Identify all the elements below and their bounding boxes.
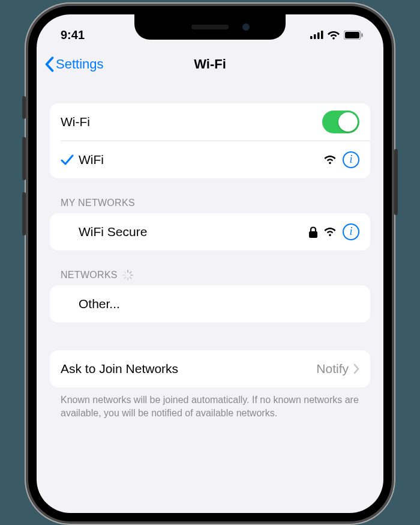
svg-rect-3 [321, 31, 323, 39]
info-button[interactable]: i [343, 151, 359, 168]
footer-text: Known networks will be joined automatica… [50, 387, 370, 419]
svg-rect-2 [317, 32, 320, 39]
ask-to-join-card: Ask to Join Networks Notify [50, 350, 370, 387]
other-label: Other... [79, 297, 359, 311]
other-network-row[interactable]: Other... [50, 285, 370, 323]
spinner-icon [122, 270, 133, 281]
battery-icon [344, 31, 363, 40]
nav-title: Wi-Fi [194, 56, 226, 72]
svg-rect-6 [362, 33, 363, 37]
networks-card: Other... [50, 285, 370, 323]
svg-rect-0 [310, 36, 313, 39]
svg-rect-1 [314, 34, 316, 39]
wifi-card: Wi-Fi WiFi i [50, 103, 370, 178]
wifi-toggle-row: Wi-Fi [50, 103, 370, 141]
network-name: WiFi Secure [79, 225, 309, 239]
network-row[interactable]: WiFi Secure i [50, 213, 370, 250]
cellular-icon [310, 31, 323, 39]
connected-network-row[interactable]: WiFi i [50, 141, 370, 178]
ask-to-join-label: Ask to Join Networks [61, 362, 316, 376]
connected-network-name: WiFi [79, 153, 323, 167]
back-label: Settings [56, 56, 104, 72]
networks-header: NETWORKS [50, 250, 370, 285]
lock-icon [309, 226, 317, 238]
wifi-toggle[interactable] [322, 111, 359, 133]
svg-rect-5 [345, 32, 359, 38]
checkmark-icon [61, 154, 74, 166]
ask-to-join-row[interactable]: Ask to Join Networks Notify [50, 350, 370, 387]
svg-rect-7 [309, 231, 317, 238]
networks-header-label: NETWORKS [61, 270, 118, 281]
my-networks-header: MY NETWORKS [50, 178, 370, 213]
my-networks-card: WiFi Secure i [50, 213, 370, 250]
wifi-signal-icon [323, 226, 337, 237]
chevron-left-icon [44, 56, 55, 72]
info-button[interactable]: i [343, 223, 359, 240]
nav-bar: Settings Wi-Fi [37, 47, 383, 82]
wifi-signal-icon [323, 154, 337, 165]
ask-to-join-value: Notify [316, 362, 349, 376]
back-button[interactable]: Settings [44, 56, 104, 72]
wifi-toggle-label: Wi-Fi [61, 115, 322, 129]
chevron-right-icon [353, 363, 359, 374]
wifi-status-icon [327, 30, 340, 40]
status-time: 9:41 [56, 28, 85, 42]
status-icons [310, 30, 364, 40]
